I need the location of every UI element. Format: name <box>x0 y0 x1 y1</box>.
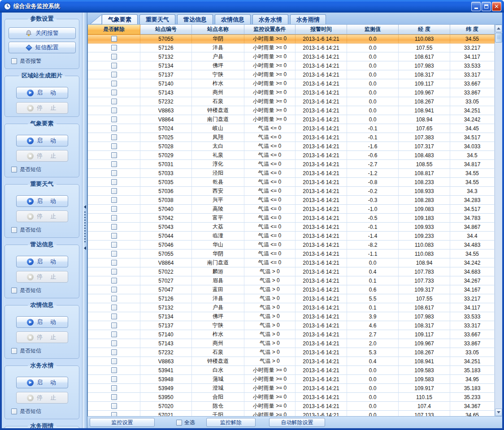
release-checkbox[interactable] <box>111 296 117 301</box>
release-checkbox[interactable] <box>111 412 117 416</box>
release-checkbox[interactable] <box>111 108 117 113</box>
table-row[interactable]: 57036西安气温 <= 02013-1-6 14:21-0.2108.9333… <box>88 187 495 196</box>
release-checkbox[interactable] <box>111 179 117 185</box>
start-button[interactable]: 启 动 <box>16 377 68 388</box>
column-header-1[interactable]: 站点编号 <box>140 25 192 34</box>
table-row[interactable]: 57126洋县小时雨量 >= 02013-1-6 14:210.0107.553… <box>88 43 495 52</box>
scrollbar-track[interactable] <box>495 43 502 408</box>
column-header-0[interactable]: 是否解除 <box>88 25 140 34</box>
alarm-enable-checkbox[interactable] <box>11 58 17 64</box>
scroll-up-button[interactable] <box>495 25 502 32</box>
release-checkbox[interactable] <box>111 331 117 337</box>
release-checkbox[interactable] <box>111 233 117 239</box>
start-button[interactable]: 启 动 <box>16 87 68 99</box>
table-row[interactable]: 57134佛坪小时雨量 >= 02013-1-6 14:210.0107.983… <box>88 61 495 70</box>
table-row[interactable]: 53950合阳小时雨量 >= 02013-1-6 14:210.0110.153… <box>88 393 495 402</box>
table-row[interactable]: 57021千阳小时雨量 >= 02013-1-6 14:210.0107.133… <box>88 411 495 416</box>
stop-button[interactable]: 停 止 <box>16 271 68 283</box>
stop-button[interactable]: 停 止 <box>16 211 68 222</box>
table-row[interactable]: 57132户县气温 > 02013-1-6 14:210.1108.61734.… <box>88 303 495 312</box>
release-checkbox[interactable] <box>111 143 117 149</box>
table-row[interactable]: 57043大荔气温 <= 02013-1-6 14:21-0.1109.9333… <box>88 223 495 232</box>
table-row[interactable]: V8863钟楼盘道小时雨量 >= 02013-1-6 14:210.0108.9… <box>88 106 495 115</box>
column-header-5[interactable]: 监测值 <box>347 25 399 34</box>
sms-enable-checkbox[interactable] <box>11 408 17 414</box>
start-button[interactable]: 启 动 <box>16 135 68 146</box>
release-checkbox[interactable] <box>111 242 117 248</box>
release-checkbox[interactable] <box>111 251 117 257</box>
table-row[interactable]: 57047蓝田气温 > 02013-1-6 14:210.6109.31734.… <box>88 285 495 294</box>
tab-1[interactable]: 重要天气 <box>139 14 175 24</box>
table-row[interactable]: 57025凤翔气温 <= 02013-1-6 14:21-0.1107.3833… <box>88 133 495 142</box>
tab-3[interactable]: 农情信息 <box>215 14 251 24</box>
table-row[interactable]: 57038兴平气温 <= 02013-1-6 14:21-0.3108.2833… <box>88 196 495 205</box>
close-alarm-button[interactable]: 关闭报警 <box>9 27 76 39</box>
column-header-3[interactable]: 监控设置条件 <box>244 25 295 34</box>
release-checkbox[interactable] <box>111 278 117 284</box>
sms-enable-checkbox[interactable] <box>11 167 17 172</box>
monitor-release-button[interactable]: 监控解除 <box>206 418 256 427</box>
sms-enable-checkbox[interactable] <box>11 227 17 233</box>
release-checkbox[interactable] <box>111 170 117 176</box>
tab-4[interactable]: 水务水情 <box>252 14 288 24</box>
sms-enable-checkbox[interactable] <box>11 348 17 354</box>
release-checkbox[interactable] <box>111 197 117 203</box>
release-checkbox[interactable] <box>111 72 117 77</box>
table-row[interactable]: V8863钟楼盘道气温 > 02013-1-6 14:210.4108.9413… <box>88 357 495 366</box>
table-row[interactable]: 57055华阴小时雨量 >= 02013-1-6 14:210.0110.083… <box>88 34 495 43</box>
table-row[interactable]: V8864南门盘道气温 <= 02013-1-6 14:210.0108.943… <box>88 258 495 267</box>
splitter-grip[interactable] <box>83 205 87 250</box>
table-row[interactable]: 57055华阴气温 <= 02013-1-6 14:21-1.1110.0833… <box>88 249 495 258</box>
table-row[interactable]: 57137宁陕小时雨量 >= 02013-1-6 14:210.0108.317… <box>88 70 495 79</box>
column-header-2[interactable]: 站点名称 <box>192 25 244 34</box>
table-row[interactable]: 57232石泉气温 > 02013-1-6 14:215.3108.26733.… <box>88 348 495 357</box>
select-all-checkbox[interactable] <box>176 420 182 426</box>
table-row[interactable]: 57031淳化气温 <= 02013-1-6 14:21-2.7108.5534… <box>88 160 495 169</box>
table-row[interactable]: 57126洋县气温 > 02013-1-6 14:215.5107.5533.2… <box>88 294 495 303</box>
release-checkbox[interactable] <box>111 224 117 230</box>
release-checkbox[interactable] <box>111 188 117 194</box>
close-button[interactable]: ✕ <box>492 2 501 11</box>
stop-button[interactable]: 停 止 <box>16 331 68 343</box>
table-row[interactable]: 57143商州气温 > 02013-1-6 14:212.0109.96733.… <box>88 339 495 348</box>
table-row[interactable]: 53941白水小时雨量 >= 02013-1-6 14:210.0109.583… <box>88 366 495 375</box>
table-row[interactable]: 57040高陵气温 <= 02013-1-6 14:21-1.0109.0833… <box>88 205 495 214</box>
release-checkbox[interactable] <box>111 134 117 140</box>
table-row[interactable]: 57035乾县气温 <= 02013-1-6 14:21-0.8108.2333… <box>88 178 495 187</box>
release-checkbox[interactable] <box>111 90 117 95</box>
release-checkbox[interactable] <box>111 215 117 221</box>
release-checkbox[interactable] <box>111 367 117 373</box>
release-checkbox[interactable] <box>111 349 117 355</box>
table-row[interactable]: 53949澄城小时雨量 >= 02013-1-6 14:210.0109.917… <box>88 384 495 393</box>
table-row[interactable]: 57029礼泉气温 <= 02013-1-6 14:21-0.6108.4833… <box>88 151 495 160</box>
release-checkbox[interactable] <box>111 305 117 310</box>
table-row[interactable]: 57044临潼气温 <= 02013-1-6 14:21-1.4109.2333… <box>88 232 495 241</box>
table-row[interactable]: 57042富平气温 <= 02013-1-6 14:21-0.5109.1833… <box>88 214 495 223</box>
release-checkbox[interactable] <box>111 340 117 346</box>
column-header-7[interactable]: 纬 度 <box>450 25 495 34</box>
table-row[interactable]: 57140柞水小时雨量 >= 02013-1-6 14:210.0109.117… <box>88 79 495 88</box>
table-row[interactable]: 57232石泉小时雨量 >= 02013-1-6 14:210.0108.267… <box>88 97 495 106</box>
release-checkbox[interactable] <box>111 45 117 51</box>
table-row[interactable]: 57020陈仓小时雨量 >= 02013-1-6 14:210.0107.434… <box>88 402 495 411</box>
sms-enable-checkbox[interactable] <box>11 288 17 293</box>
scrollbar-thumb[interactable] <box>495 33 502 43</box>
tab-0[interactable]: 气象要素 <box>102 14 138 24</box>
release-checkbox[interactable] <box>111 99 117 104</box>
stop-button[interactable]: 停 止 <box>16 102 68 114</box>
release-checkbox[interactable] <box>111 314 117 319</box>
release-checkbox[interactable] <box>111 322 117 328</box>
tab-2[interactable]: 雷达信息 <box>177 14 213 24</box>
table-row[interactable]: 57028太白气温 <= 02013-1-6 14:21-1.6107.3173… <box>88 142 495 151</box>
release-checkbox[interactable] <box>111 269 117 275</box>
table-row[interactable]: V8864南门盘道小时雨量 >= 02013-1-6 14:210.0108.9… <box>88 115 495 124</box>
release-checkbox[interactable] <box>111 54 117 60</box>
stop-button[interactable]: 停 止 <box>16 150 68 162</box>
release-checkbox[interactable] <box>111 403 117 409</box>
table-row[interactable]: 57024岐山气温 <= 02013-1-6 14:21-0.1107.6534… <box>88 124 495 133</box>
table-row[interactable]: 57134佛坪气温 > 02013-1-6 14:213.9107.98333.… <box>88 312 495 321</box>
release-checkbox[interactable] <box>111 358 117 364</box>
release-checkbox[interactable] <box>111 116 117 122</box>
table-row[interactable]: 57022麟游气温 > 02013-1-6 14:210.4107.78334.… <box>88 267 495 276</box>
maximize-button[interactable] <box>482 2 491 11</box>
